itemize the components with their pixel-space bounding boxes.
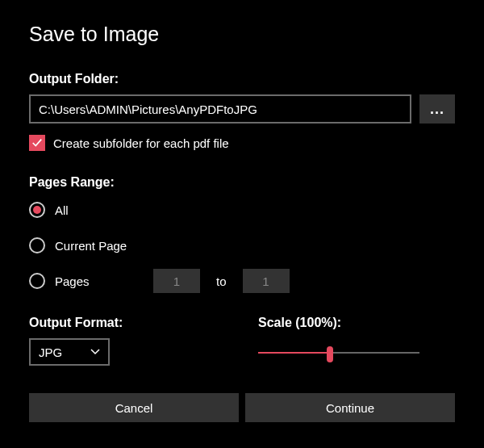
output-format-select[interactable]: JPG <box>29 338 110 366</box>
radio-row-all[interactable]: All <box>29 198 455 222</box>
output-folder-input[interactable] <box>29 94 411 124</box>
radio-row-pages[interactable]: Pages to <box>29 269 455 293</box>
radio-all-label: All <box>55 203 144 217</box>
browse-button[interactable]: ... <box>419 94 455 124</box>
output-folder-row: ... <box>29 94 455 124</box>
slider-track-active <box>258 352 331 354</box>
dialog-title: Save to Image <box>29 23 455 46</box>
subfolder-checkbox-label: Create subfolder for each pdf file <box>53 136 229 150</box>
page-to-input[interactable] <box>243 269 290 293</box>
radio-all[interactable] <box>29 202 45 218</box>
pages-range-group: All Current Page Pages to <box>29 198 455 293</box>
chevron-down-icon <box>90 349 100 355</box>
scale-slider[interactable] <box>258 345 419 361</box>
dialog-button-row: Cancel Continue <box>29 393 455 422</box>
save-to-image-dialog: Save to Image Output Folder: ... Create … <box>0 0 484 445</box>
output-folder-label: Output Folder: <box>29 72 455 86</box>
radio-row-current[interactable]: Current Page <box>29 233 455 257</box>
radio-current-label: Current Page <box>55 239 144 253</box>
check-icon <box>31 137 43 149</box>
page-from-input[interactable] <box>153 269 200 293</box>
subfolder-checkbox[interactable] <box>29 135 45 151</box>
output-format-value: JPG <box>39 345 62 359</box>
format-scale-row: Output Format: JPG Scale (100%): <box>29 316 455 366</box>
cancel-button[interactable]: Cancel <box>29 393 239 422</box>
radio-pages[interactable] <box>29 273 45 289</box>
output-format-label: Output Format: <box>29 316 226 330</box>
output-format-col: Output Format: JPG <box>29 316 226 366</box>
radio-current-page[interactable] <box>29 237 45 253</box>
radio-pages-label: Pages <box>55 274 144 288</box>
subfolder-checkbox-row[interactable]: Create subfolder for each pdf file <box>29 135 455 151</box>
continue-button[interactable]: Continue <box>245 393 455 422</box>
scale-col: Scale (100%): <box>258 316 455 366</box>
page-to-label: to <box>216 274 227 288</box>
scale-label: Scale (100%): <box>258 316 455 330</box>
slider-thumb[interactable] <box>327 346 333 362</box>
pages-range-label: Pages Range: <box>29 175 455 190</box>
slider-track-inactive <box>331 352 419 354</box>
